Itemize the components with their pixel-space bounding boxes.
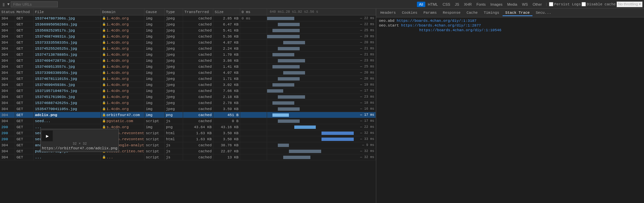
- persist-logs-checkbox[interactable]: [549, 2, 553, 6]
- cell-file: serve.js.php?w=102996&t=rc_131&c...: [34, 130, 101, 136]
- col-time[interactable]: 0 ms: [240, 9, 267, 15]
- cell-time: [240, 52, 267, 57]
- tab-headers[interactable]: Headers: [378, 10, 398, 16]
- table-row[interactable]: 304 GET 15373398338935s.jpg 🔒 i.4cdn.org…: [0, 70, 376, 76]
- stack-link[interactable]: https://boards.4chan.org/diy/:1:2877: [401, 23, 481, 28]
- filter-urls-input[interactable]: [11, 1, 58, 7]
- cell-time: [240, 70, 267, 75]
- cell-file: 1535692529517s.jpg: [34, 28, 101, 33]
- tab-params[interactable]: Params: [421, 10, 439, 16]
- table-row[interactable]: 200 GET ... 🔒 s.4cdn.org img png 43.64 K…: [0, 124, 376, 130]
- disable-cache-label: Disable cache: [582, 2, 616, 6]
- cell-waterfall: — 32 ms: [267, 154, 376, 160]
- table-row[interactable]: 304 GET 1537469045938s.jpg 🔒 i.4cdn.org …: [0, 82, 376, 88]
- cell-waterfall: — 17 ms: [267, 118, 376, 124]
- tab-fonts[interactable]: Fonts: [474, 2, 488, 7]
- cell-method: GET: [15, 28, 34, 33]
- waterfall-bar: [272, 83, 294, 87]
- tab-cookies[interactable]: Cookies: [399, 10, 420, 16]
- cell-waterfall: — 22 ms: [267, 124, 376, 130]
- waterfall-bar: [267, 17, 294, 20]
- cell-status: 304: [0, 94, 15, 100]
- stack-trace-line: oeo.start https://boards.4chan.org/diy/:…: [379, 23, 641, 28]
- cell-waterfall: — 23 ms: [267, 94, 376, 100]
- tab-stack-trace[interactable]: Stack Trace: [503, 10, 532, 16]
- throttling-dropdown[interactable]: No throttling ▾: [616, 1, 643, 7]
- stack-link[interactable]: https://boards.4chan.org/diy/:1:10546: [419, 28, 501, 32]
- cell-type: jpeg: [165, 52, 183, 57]
- col-type[interactable]: Type: [165, 9, 183, 15]
- cell-size: 6.47 KB: [213, 21, 240, 27]
- table-row[interactable]: 304 GET 1537447807306s.jpg 🔒 i.4cdn.org …: [0, 15, 376, 21]
- tab-css[interactable]: CSS: [440, 2, 452, 7]
- table-row[interactable]: 304 GET 15366995050266s.jpg 🔒 i.4cdn.org…: [0, 21, 376, 28]
- lock-icon: 🔒: [102, 83, 106, 87]
- table-row[interactable]: 304 GET 15374713878885s.jpg 🔒 i.4cdn.org…: [0, 52, 376, 58]
- table-row[interactable]: 304 GET publishertag.js 🔒 static.criteo.…: [0, 148, 376, 154]
- tab-security[interactable]: Secu...: [533, 10, 554, 16]
- tab-response[interactable]: Response: [440, 10, 463, 16]
- cell-type: js: [165, 148, 183, 154]
- table-row[interactable]: 304 GET 15374525526525s.jpg 🔒 i.4cdn.org…: [0, 46, 376, 52]
- table-row[interactable]: 304 GET 15354770041105s.jpg 🔒 i.4cdn.org…: [0, 106, 376, 112]
- col-domain[interactable]: Domain: [101, 9, 144, 15]
- tab-js[interactable]: JS: [453, 2, 461, 7]
- cell-domain: 🔒 trends.revcontent.com: [101, 136, 144, 142]
- table-row[interactable]: 304 GET 15374678111015s.jpg 🔒 i.4cdn.org…: [0, 76, 376, 82]
- cell-status: 304: [0, 148, 15, 154]
- tab-all[interactable]: All: [417, 2, 425, 7]
- stack-link[interactable]: https://boards.4chan.org/diy/:1:3187: [397, 19, 477, 23]
- cell-waterfall: — 9 ms: [267, 142, 376, 148]
- table-row[interactable]: 304 GET analytics.js 🔒 www.google-analyt…: [0, 142, 376, 148]
- right-tabs: Headers Cookies Params Response Cache Ti…: [376, 9, 644, 17]
- col-file[interactable]: File: [34, 9, 101, 15]
- col-cause[interactable]: Cause: [144, 9, 165, 15]
- table-row[interactable]: 304 GET 1537469513557s.jpg 🔒 i.4cdn.org …: [0, 64, 376, 70]
- table-row[interactable]: 304 GET 15374688742625s.jpg 🔒 i.4cdn.org…: [0, 100, 376, 106]
- lock-icon: 🔒: [102, 16, 106, 20]
- col-transferred[interactable]: Transferred: [183, 9, 213, 15]
- cell-domain: 🔒 i.4cdn.org: [101, 76, 144, 82]
- table-row[interactable]: 304 GET ... 🔒 ... script js cached 13 KB…: [0, 154, 376, 160]
- table-row[interactable]: 304 GET 15373333558335s.jpg 🔒 i.4cdn.org…: [0, 40, 376, 46]
- col-status[interactable]: Status: [0, 9, 15, 15]
- lock-icon: 🔒: [102, 71, 106, 74]
- cell-file: 15374678111015s.jpg: [34, 76, 101, 82]
- table-row[interactable]: 200 GET serve.js.php?w=102996&t=rc_131&c…: [0, 130, 376, 136]
- tab-timings[interactable]: Timings: [481, 10, 502, 16]
- disable-cache-checkbox[interactable]: [582, 2, 586, 6]
- tab-html[interactable]: HTML: [426, 2, 440, 7]
- tab-images[interactable]: Images: [488, 2, 505, 7]
- tab-other[interactable]: Other: [530, 2, 544, 7]
- table-row[interactable]: 304 GET 1537469472873s.jpg 🔒 i.4cdn.org …: [0, 58, 376, 64]
- cell-type: jpeg: [165, 82, 183, 88]
- cell-domain: 🔒 i.4cdn.org: [101, 82, 144, 88]
- table-row[interactable]: 304 GET 15371957104875s.jpg 🔒 i.4cdn.org…: [0, 88, 376, 94]
- cell-time: [240, 100, 267, 106]
- waterfall-bar: [272, 53, 294, 56]
- cell-method: GET: [15, 148, 34, 154]
- cell-waterfall: — 33 ms: [267, 136, 376, 142]
- time-label: — 32 ms: [360, 149, 374, 153]
- table-row[interactable]: 304 GET seed... 🔒 pgstatic.com script js…: [0, 118, 376, 124]
- col-waterfall[interactable]: 640 ms 1.28 s 1.92 s 2.56 s: [267, 9, 376, 15]
- table-row[interactable]: 200 GET serve.js.php?w=102996&t=rc_83&c=…: [0, 136, 376, 142]
- col-method[interactable]: Method: [15, 9, 34, 15]
- col-size[interactable]: Size: [213, 9, 240, 15]
- cell-file: 15371957104875s.jpg: [34, 88, 101, 94]
- cell-type: jpeg: [165, 40, 183, 45]
- waterfall-bar: [283, 41, 305, 44]
- panel-toggle-button[interactable]: ||: [1, 2, 6, 7]
- table-row[interactable]: 304 GET 1537451761903s.jpg 🔒 i.4cdn.org …: [0, 94, 376, 100]
- cell-domain: 🔒 pgstatic.com: [101, 118, 144, 124]
- cell-transferred: cached: [183, 40, 213, 45]
- table-body[interactable]: 304 GET 1537447807306s.jpg 🔒 i.4cdn.org …: [0, 15, 376, 203]
- table-row[interactable]: 304 GET 1537468749931s.jpg 🔒 i.4cdn.org …: [0, 34, 376, 40]
- main-area: Status Method File Domain Cause Type Tra…: [0, 9, 644, 203]
- tab-ws[interactable]: WS: [520, 2, 530, 7]
- tab-cache[interactable]: Cache: [464, 10, 480, 16]
- table-row[interactable]: 304 GET adclix.png 🔒 orbitfour47.com img…: [0, 112, 376, 118]
- tab-xhr[interactable]: XHR: [462, 2, 474, 7]
- table-row[interactable]: 304 GET 1535692529517s.jpg 🔒 i.4cdn.org …: [0, 28, 376, 34]
- tab-media[interactable]: Media: [505, 2, 519, 7]
